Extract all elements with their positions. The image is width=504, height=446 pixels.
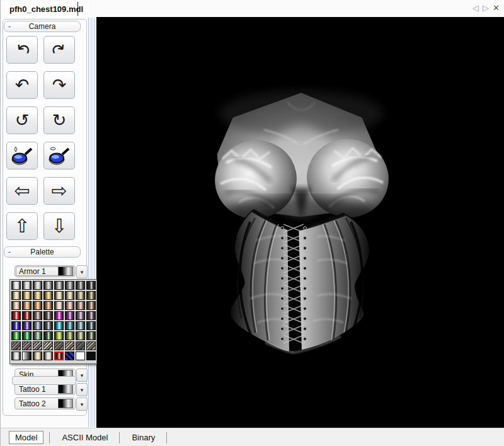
palette-swatch[interactable] (54, 321, 64, 330)
palette-swatch[interactable] (11, 341, 21, 350)
palette-swatch[interactable] (33, 281, 42, 290)
zoom-out-button[interactable] (43, 142, 75, 169)
rotate-up-right-button[interactable]: ↷ (43, 36, 75, 64)
tab-model[interactable]: Model (9, 431, 43, 444)
palette-swatch[interactable] (76, 291, 85, 300)
armor1-combo[interactable]: Armor 1 (14, 265, 76, 277)
palette-swatch[interactable] (86, 301, 96, 310)
palette-swatch[interactable] (86, 281, 96, 290)
skin-combo-arrow[interactable]: ▾ (76, 369, 88, 382)
document-tab[interactable]: pfh0_chest109.mdl (3, 1, 89, 17)
pan-left-button[interactable]: ⇦ (6, 177, 38, 205)
palette-swatch[interactable] (33, 311, 42, 320)
pan-left-icon: ⇦ (14, 181, 30, 200)
palette-swatch[interactable] (54, 281, 64, 290)
zoom-in-button[interactable] (6, 142, 38, 169)
palette-swatch[interactable] (65, 321, 74, 330)
palette-swatch[interactable] (11, 301, 21, 310)
roll-ccw-button[interactable]: ↺ (6, 106, 38, 134)
palette-swatch[interactable] (11, 352, 21, 360)
palette-swatch[interactable] (43, 352, 53, 360)
tab-ascii-model[interactable]: ASCII Model (56, 432, 113, 443)
palette-swatch[interactable] (43, 281, 53, 290)
rotate-up-left-button[interactable]: ↶ (6, 36, 38, 64)
palette-swatch[interactable] (22, 331, 32, 340)
armor1-combo-arrow[interactable]: ▾ (76, 265, 88, 278)
palette-swatch[interactable] (11, 321, 21, 330)
palette-swatch[interactable] (86, 291, 96, 300)
palette-swatch[interactable] (65, 341, 74, 350)
palette-swatch[interactable] (65, 281, 74, 290)
tattoo2-combo-label: Tattoo 2 (17, 399, 58, 408)
model-viewport[interactable] (96, 17, 504, 428)
palette-swatch[interactable] (11, 281, 21, 290)
palette-swatch[interactable] (11, 291, 21, 300)
palette-swatch[interactable] (43, 321, 53, 330)
document-tab-bar: pfh0_chest109.mdl ◁ ▷ ✕ (1, 0, 504, 18)
palette-collapse-button[interactable]: - (4, 248, 14, 256)
tab-binary[interactable]: Binary (126, 432, 161, 443)
palette-swatch[interactable] (65, 352, 74, 360)
palette-swatch[interactable] (54, 311, 64, 320)
palette-swatch[interactable] (43, 291, 53, 300)
tattoo2-combo[interactable]: Tattoo 2 (14, 397, 76, 409)
palette-swatch[interactable] (22, 281, 32, 290)
palette-swatch[interactable] (22, 301, 32, 310)
pan-down-button[interactable]: ⇩ (43, 212, 75, 240)
palette-swatch[interactable] (86, 311, 96, 320)
tab-scroll-right-icon[interactable]: ▷ (483, 3, 489, 14)
camera-collapse-button[interactable]: - (4, 22, 14, 31)
palette-swatch[interactable] (33, 331, 42, 340)
close-tab-icon[interactable]: ✕ (493, 3, 500, 14)
palette-swatch[interactable] (86, 341, 96, 350)
pan-up-button[interactable]: ⇧ (6, 212, 38, 240)
palette-swatch[interactable] (65, 311, 74, 320)
palette-swatch[interactable] (43, 341, 53, 350)
tattoo1-combo-arrow[interactable]: ▾ (76, 383, 88, 396)
palette-swatch[interactable] (86, 331, 96, 340)
palette-swatch[interactable] (43, 331, 53, 340)
palette-swatch[interactable] (43, 301, 53, 310)
pan-right-button[interactable]: ⇨ (43, 177, 75, 205)
model-torso (208, 91, 396, 353)
tattoo2-combo-arrow[interactable]: ▾ (76, 397, 88, 411)
palette-swatch[interactable] (22, 341, 32, 350)
palette-swatch[interactable] (22, 352, 32, 360)
palette-swatch[interactable] (76, 301, 85, 310)
palette-swatch[interactable] (33, 321, 42, 330)
rotate-right-button[interactable]: ↷ (43, 71, 75, 99)
rotate-left-button[interactable]: ↶ (6, 71, 38, 99)
panel-scrollbar[interactable] (88, 18, 95, 427)
palette-swatch[interactable] (76, 341, 85, 350)
palette-swatch[interactable] (86, 352, 96, 360)
corset (230, 210, 370, 353)
palette-swatch[interactable] (33, 301, 42, 310)
palette-swatch[interactable] (65, 331, 74, 340)
palette-swatch[interactable] (76, 352, 85, 360)
palette-swatch[interactable] (33, 341, 42, 350)
palette-swatch[interactable] (86, 321, 96, 330)
palette-swatch[interactable] (22, 311, 32, 320)
palette-swatch[interactable] (22, 291, 32, 300)
palette-swatch[interactable] (54, 301, 64, 310)
palette-swatch[interactable] (65, 291, 74, 300)
palette-swatch[interactable] (76, 281, 85, 290)
palette-swatch[interactable] (76, 311, 85, 320)
palette-swatch[interactable] (22, 321, 32, 330)
palette-swatch[interactable] (54, 341, 64, 350)
palette-swatch[interactable] (65, 301, 74, 310)
palette-swatch[interactable] (76, 331, 85, 340)
palette-swatch[interactable] (11, 311, 21, 320)
tab-scroll-left-icon[interactable]: ◁ (472, 3, 479, 14)
palette-swatch[interactable] (43, 311, 53, 320)
palette-swatch[interactable] (54, 352, 64, 360)
document-tab-title: pfh0_chest109.mdl (9, 4, 83, 14)
palette-swatch[interactable] (33, 291, 42, 300)
palette-swatch[interactable] (11, 331, 21, 340)
tattoo1-color-swatch (58, 384, 73, 394)
palette-swatch[interactable] (54, 331, 64, 340)
palette-swatch[interactable] (54, 291, 64, 300)
palette-swatch[interactable] (33, 352, 42, 360)
roll-cw-button[interactable]: ↻ (43, 106, 75, 134)
palette-swatch[interactable] (76, 321, 85, 330)
